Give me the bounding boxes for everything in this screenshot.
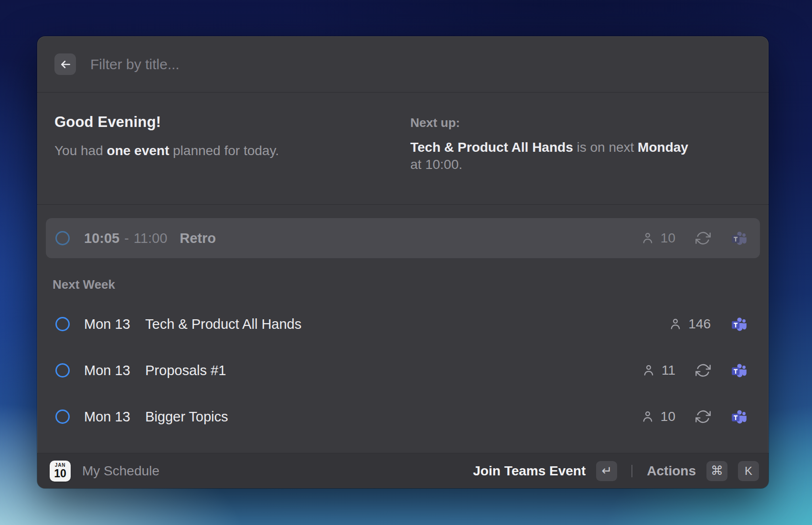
event-status-circle-icon[interactable] (55, 363, 70, 378)
footer-left: JAN 10 My Schedule (50, 461, 473, 482)
event-title: Retro (180, 231, 216, 246)
attendee-count-group: 10 (641, 409, 675, 424)
attendee-count-group: 11 (641, 363, 675, 378)
footer-bar: JAN 10 My Schedule Join Teams Event ↵ Ac… (37, 453, 769, 488)
attendee-count-group: 146 (668, 316, 711, 332)
event-date: Mon 13 (84, 409, 145, 425)
search-bar (37, 36, 769, 92)
teams-icon (731, 230, 748, 247)
recurring-icon (695, 363, 711, 378)
next-up-label: Next up: (410, 116, 751, 130)
join-teams-event-button[interactable]: Join Teams Event (473, 463, 586, 479)
time-separator: - (124, 231, 129, 246)
event-row[interactable]: Mon 13 Bigger Topics 10 (46, 402, 760, 431)
event-date: Mon 13 (84, 316, 145, 332)
recurring-icon (695, 409, 711, 424)
event-status-circle-icon[interactable] (55, 317, 70, 331)
event-title: Tech & Product All Hands (145, 316, 301, 332)
calendar-day: 10 (54, 468, 66, 480)
event-status-circle-icon[interactable] (55, 231, 70, 245)
teams-icon (731, 362, 748, 379)
greeting-left: Good Evening! You had one event planned … (54, 114, 410, 204)
recurring-icon (695, 231, 711, 246)
event-meta: 11 (641, 362, 748, 379)
footer-divider (631, 465, 632, 477)
k-key[interactable]: K (738, 461, 759, 481)
command-key[interactable]: ⌘ (706, 461, 727, 481)
upcoming-events: Mon 13 Tech & Product All Hands 146 Mon … (46, 309, 760, 431)
event-date: Mon 13 (84, 363, 145, 378)
arrow-left-icon (59, 58, 72, 71)
event-title: Bigger Topics (145, 409, 228, 425)
attendee-count-group: 10 (641, 231, 675, 246)
teams-icon (731, 316, 748, 333)
teams-icon (731, 409, 748, 425)
next-up-panel: Next up: Tech & Product All Hands is on … (410, 114, 751, 204)
back-button[interactable] (54, 53, 76, 75)
event-row-past-selected[interactable]: 10:05 - 11:00 Retro 10 (46, 218, 760, 258)
attendee-count: 10 (661, 409, 675, 424)
event-status-circle-icon[interactable] (55, 410, 70, 424)
attendee-count: 146 (688, 316, 711, 332)
person-icon (668, 317, 683, 331)
greeting-title: Good Evening! (54, 114, 410, 131)
actions-button[interactable]: Actions (647, 463, 696, 479)
event-title: Proposals #1 (145, 363, 226, 378)
greeting-section: Good Evening! You had one event planned … (37, 93, 769, 204)
attendee-count: 10 (661, 231, 675, 246)
event-row[interactable]: Mon 13 Proposals #1 11 (46, 356, 760, 385)
section-header: Next Week (53, 277, 760, 293)
person-icon (641, 231, 655, 245)
event-start-time: 10:05 (84, 231, 119, 246)
greeting-subtitle: You had one event planned for today. (54, 142, 410, 159)
event-list: 10:05 - 11:00 Retro 10 N (37, 205, 769, 453)
event-meta: 10 (641, 230, 748, 247)
next-up-text: Tech & Product All Hands is on next Mond… (410, 139, 751, 174)
enter-key[interactable]: ↵ (596, 461, 617, 481)
event-end-time: 11:00 (134, 231, 167, 246)
event-main: Mon 13 Bigger Topics (84, 409, 641, 425)
person-icon (641, 410, 655, 424)
attendee-count: 11 (662, 363, 675, 378)
event-row[interactable]: Mon 13 Tech & Product All Hands 146 (46, 309, 760, 339)
command-palette-window: Good Evening! You had one event planned … (37, 36, 769, 488)
event-main: Mon 13 Tech & Product All Hands (84, 316, 668, 332)
event-main: 10:05 - 11:00 Retro (84, 231, 641, 246)
person-icon (641, 363, 656, 378)
event-meta: 146 (668, 316, 748, 333)
event-main: Mon 13 Proposals #1 (84, 363, 641, 378)
calendar-icon: JAN 10 (50, 461, 71, 482)
search-input[interactable] (89, 56, 751, 73)
schedule-label: My Schedule (82, 463, 160, 479)
event-meta: 10 (641, 409, 748, 425)
footer-right: Join Teams Event ↵ Actions ⌘ K (473, 461, 759, 481)
